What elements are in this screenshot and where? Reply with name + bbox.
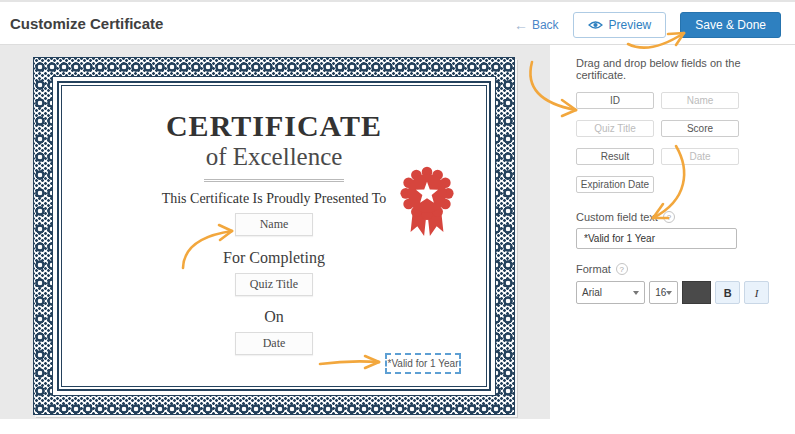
custom-field-label-row: Custom field text ?	[576, 211, 769, 223]
back-arrow-icon: ←	[514, 17, 528, 33]
page-title: Customize Certificate	[10, 15, 163, 32]
field-button[interactable]: ID	[576, 92, 654, 109]
format-label: Format	[576, 263, 611, 275]
header: Customize Certificate ← Back Preview Sav…	[0, 0, 795, 45]
certificate-canvas: CERTIFICATE of Excellence This Certifica…	[0, 45, 550, 419]
date-field-chip[interactable]: Date	[235, 332, 313, 355]
header-actions: ← Back Preview Save & Done	[514, 2, 781, 47]
custom-text-field-chip[interactable]: *Valid for 1 Year	[385, 353, 461, 374]
on-line: On	[62, 308, 486, 326]
quiz-title-field-chip[interactable]: Quiz Title	[235, 273, 313, 296]
font-size-select[interactable]: 16	[649, 281, 678, 304]
field-buttons: ID Name Quiz Title Score Result Date Exp…	[576, 92, 769, 193]
certificate-preview: CERTIFICATE of Excellence This Certifica…	[33, 57, 515, 415]
field-button: Name	[661, 92, 739, 109]
preview-button[interactable]: Preview	[573, 12, 667, 38]
name-field-chip[interactable]: Name	[235, 213, 313, 236]
award-ribbon-icon	[398, 166, 456, 242]
help-icon[interactable]: ?	[663, 211, 675, 223]
caret-down-icon	[633, 291, 639, 295]
back-label: Back	[532, 18, 559, 32]
font-family-value: Arial	[582, 287, 602, 298]
customize-certificate-page: Customize Certificate ← Back Preview Sav…	[0, 0, 795, 434]
font-size-value: 16	[655, 287, 666, 298]
custom-field-input[interactable]	[576, 228, 737, 249]
completing-line: For Completing	[62, 249, 486, 267]
caret-down-icon	[666, 291, 672, 295]
preview-label: Preview	[609, 18, 652, 32]
field-button[interactable]: Score	[661, 120, 739, 137]
field-button[interactable]: Expiration Date	[576, 176, 654, 193]
drag-drop-instruction: Drag and drop below fields on the certif…	[576, 57, 769, 81]
font-family-select[interactable]: Arial	[576, 281, 645, 304]
back-link[interactable]: ← Back	[514, 17, 559, 33]
title-divider	[204, 179, 344, 182]
certificate-title: CERTIFICATE	[62, 109, 486, 143]
bold-button[interactable]: B	[715, 281, 740, 304]
field-button: Quiz Title	[576, 120, 654, 137]
field-button[interactable]: Result	[576, 148, 654, 165]
format-controls: Arial 16 B I	[576, 281, 769, 304]
settings-panel: Drag and drop below fields on the certif…	[550, 45, 795, 434]
font-color-swatch[interactable]	[682, 281, 711, 304]
field-button: Date	[661, 148, 739, 165]
italic-button[interactable]: I	[744, 281, 769, 304]
eye-icon	[588, 20, 603, 30]
help-icon[interactable]: ?	[616, 263, 628, 275]
custom-field-label: Custom field text	[576, 211, 658, 223]
save-done-button[interactable]: Save & Done	[680, 12, 781, 38]
format-label-row: Format ?	[576, 263, 769, 275]
